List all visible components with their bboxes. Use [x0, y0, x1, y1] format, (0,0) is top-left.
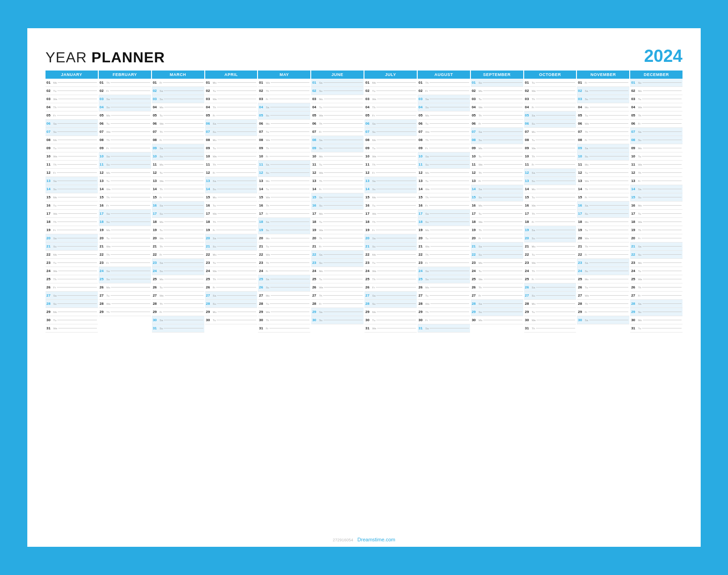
- day-abbr: We: [479, 221, 483, 223]
- day-line: [271, 295, 309, 296]
- day-row: 21Sa: [630, 242, 682, 251]
- day-abbr: Th: [106, 253, 110, 256]
- day-row: 27We: [152, 292, 204, 300]
- day-abbr: Mo: [585, 106, 588, 109]
- day-abbr: Sa: [160, 262, 163, 264]
- day-abbr: Th: [638, 286, 641, 289]
- day-line: [589, 99, 628, 99]
- day-row: 05Fr: [364, 111, 417, 120]
- day-abbr: Sa: [160, 204, 163, 207]
- day-row: 23We: [524, 259, 576, 267]
- day-number: 04: [419, 105, 425, 109]
- day-row: 01Mo: [205, 79, 258, 87]
- day-abbr: Tu: [213, 204, 216, 207]
- day-line: [535, 164, 575, 165]
- day-row: 20Tu: [99, 234, 151, 242]
- day-number: 27: [46, 293, 53, 298]
- day-abbr: Sa: [425, 270, 429, 272]
- day-line: [323, 222, 363, 222]
- day-row: 18We: [630, 218, 682, 226]
- day-number: 24: [312, 269, 318, 273]
- day-line: [376, 287, 416, 288]
- day-number: 07: [312, 130, 318, 134]
- month-header-may: MAY: [258, 71, 310, 79]
- day-number: 04: [46, 105, 53, 109]
- day-row: 30Tu: [205, 316, 258, 324]
- day-abbr: We: [319, 171, 323, 174]
- day-abbr: Th: [213, 278, 216, 281]
- day-row: 10Sa: [418, 152, 470, 161]
- day-number: 28: [312, 302, 318, 306]
- day-abbr: Fr: [319, 131, 322, 133]
- day-row: 29Tu: [524, 308, 576, 316]
- day-line: [324, 287, 363, 288]
- day-abbr: Mo: [638, 319, 642, 322]
- day-line: [588, 312, 628, 312]
- day-line: [642, 131, 682, 132]
- day-row: 30Sa: [152, 316, 204, 324]
- day-number: 10: [365, 154, 372, 158]
- day-abbr: We: [532, 319, 536, 322]
- day-line: [216, 230, 256, 230]
- day-row: 03Tu: [471, 95, 523, 103]
- day-abbr: Tu: [532, 253, 535, 256]
- day-abbr: Mo: [213, 196, 217, 199]
- day-number: 24: [100, 269, 106, 273]
- day-number: 26: [631, 285, 637, 289]
- day-line: [483, 148, 522, 148]
- day-row: 25Th: [364, 275, 417, 283]
- day-number: 10: [259, 154, 265, 158]
- day-line: [57, 320, 97, 320]
- day-row: 04Th: [205, 103, 258, 111]
- day-row: 06Fr: [471, 120, 523, 128]
- day-line: [590, 107, 628, 107]
- day-row: 25Su: [99, 275, 151, 283]
- day-abbr: Fr: [106, 262, 109, 264]
- day-abbr: We: [160, 122, 164, 125]
- day-row: 19Fr: [205, 226, 258, 234]
- day-abbr: Su: [585, 98, 588, 101]
- calendar-grid: JANUARY01Mo02Tu03We04Th05Fr06Sa07Su08Mo0…: [46, 71, 682, 333]
- day-line: [111, 197, 150, 197]
- day-abbr: Su: [213, 188, 216, 191]
- day-number: 10: [419, 154, 425, 158]
- day-line: [430, 140, 469, 140]
- day-abbr: Th: [479, 286, 482, 289]
- day-abbr: Tu: [638, 98, 641, 101]
- day-row: 07Su: [364, 128, 417, 136]
- day-line: [217, 82, 256, 83]
- day-line: [642, 230, 682, 230]
- day-row: 17Sa: [418, 210, 470, 218]
- day-line: [217, 131, 256, 132]
- day-abbr: Sa: [532, 114, 535, 117]
- day-line: [58, 271, 97, 271]
- day-line: [271, 238, 309, 238]
- day-line: [111, 189, 150, 189]
- day-line: [536, 262, 575, 263]
- day-number: 29: [206, 310, 212, 314]
- day-row: 14Fr: [311, 185, 364, 193]
- day-abbr: Fr: [479, 122, 481, 125]
- day-abbr: We: [53, 327, 57, 330]
- day-abbr: Su: [319, 262, 322, 264]
- day-row: 18Su: [418, 218, 470, 226]
- day-abbr: We: [106, 303, 111, 305]
- day-line: [536, 99, 576, 99]
- day-line: [217, 205, 256, 206]
- day-abbr: Fr: [266, 327, 268, 330]
- day-row: 29Fr: [152, 308, 204, 316]
- day-row: 28Su: [46, 300, 98, 308]
- day-abbr: Su: [479, 253, 482, 256]
- day-row: 15Sa: [311, 193, 364, 202]
- day-line: [430, 238, 469, 238]
- day-abbr: Su: [106, 278, 110, 281]
- day-number: 19: [206, 228, 212, 232]
- day-row: 06Mo: [258, 120, 310, 128]
- day-number: 27: [472, 293, 478, 298]
- month-header-september: SEPTEMBER: [471, 71, 523, 79]
- day-number: 18: [525, 220, 531, 224]
- day-row: 13Sa: [46, 177, 98, 185]
- day-line: [483, 172, 522, 173]
- day-line: [323, 181, 363, 181]
- day-row: 12Th: [630, 169, 682, 177]
